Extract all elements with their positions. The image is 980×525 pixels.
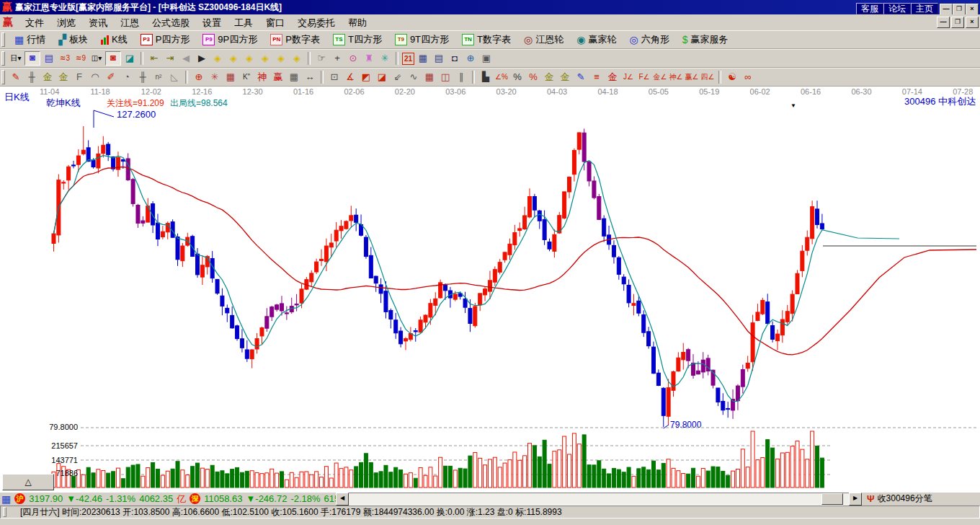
ying-angle-icon[interactable]: 赢∠ <box>685 71 699 84</box>
red-channel-icon[interactable]: ≡ <box>589 71 604 84</box>
menu-item-设置[interactable]: 设置 <box>196 16 228 30</box>
kline-chart-canvas[interactable] <box>0 87 980 493</box>
menu-item-浏览[interactable]: 浏览 <box>50 16 82 30</box>
gold-line-v-icon[interactable]: 金 <box>40 71 55 84</box>
seek-first-icon[interactable]: ⇤ <box>147 52 161 65</box>
draw-pen-icon[interactable]: ✎ <box>9 71 23 84</box>
spider-grid-icon[interactable]: ▦ <box>223 71 238 84</box>
scrollbar-thumb[interactable] <box>821 493 843 505</box>
percent-fan-icon[interactable]: ∠% <box>494 71 509 84</box>
net-grid-arrow-icon[interactable]: ◫ <box>438 71 453 84</box>
target-circle-icon[interactable]: ⊕ <box>192 71 206 84</box>
calendar-icon[interactable]: 21 <box>402 53 414 65</box>
candle-style-button[interactable]: ◫▾ <box>89 52 104 65</box>
fan-lines-icon[interactable]: ∡ <box>343 71 357 84</box>
hand-tool-icon[interactable]: ☞ <box>314 52 329 65</box>
trend-arrow-icon[interactable]: ⇙ <box>391 71 405 84</box>
zoom-vertical-icon[interactable]: ◈ <box>258 52 272 65</box>
j-angle-icon[interactable]: J∠ <box>621 71 636 84</box>
percent-line-icon[interactable]: % <box>526 71 540 84</box>
gold-red-icon[interactable]: 金 <box>605 71 620 84</box>
toolbar-gann-wheel-button[interactable]: ◎江恩轮 <box>517 31 570 48</box>
wave-9-icon[interactable]: ≋9 <box>74 52 88 65</box>
zoom-in-icon[interactable]: ◈ <box>274 52 288 65</box>
menu-item-江恩[interactable]: 江恩 <box>114 16 146 30</box>
shen-tool-icon[interactable]: 神 <box>255 71 270 84</box>
k-quote-icon[interactable]: K" <box>239 71 254 84</box>
fan-box-icon[interactable]: ◩ <box>359 71 373 84</box>
pattern-blue-toggle-icon[interactable]: ◙ <box>24 51 40 66</box>
scroll-right-button[interactable]: ▶ <box>849 493 862 506</box>
zoom-left-icon[interactable]: ◈ <box>210 52 225 65</box>
minimize-button[interactable]: — <box>940 4 953 15</box>
gold-line-h-icon[interactable]: 金 <box>56 71 71 84</box>
titlebar-link-1[interactable]: 客服 <box>856 3 883 14</box>
net-grid-icon[interactable]: ▦ <box>422 71 437 84</box>
crosshair-tool-icon[interactable]: + <box>330 52 344 65</box>
zigzag-icon[interactable]: ∿ <box>406 71 421 84</box>
toolbar-hexagon-button[interactable]: ◎六角形 <box>623 31 675 48</box>
calculator-icon[interactable]: ▦ <box>416 52 430 65</box>
gold-angle-icon[interactable]: 金∠ <box>653 71 667 84</box>
four-angle-icon[interactable]: 四∠ <box>700 71 715 84</box>
menu-item-交易委托[interactable]: 交易委托 <box>291 16 342 30</box>
toolbar-t-number-table-button[interactable]: TNT数字表 <box>455 31 517 48</box>
collapse-panel-button[interactable]: △ <box>2 474 54 490</box>
scroll-left-button[interactable]: ◀ <box>336 493 349 506</box>
fan-box2-icon[interactable]: ◪ <box>375 71 389 84</box>
toolbar-t-square-button[interactable]: TST四方形 <box>326 31 388 48</box>
toolbar-p-number-table-button[interactable]: PNP数字表 <box>264 31 326 48</box>
scrollbar-track[interactable] <box>349 493 849 506</box>
menu-item-资讯[interactable]: 资讯 <box>82 16 114 30</box>
zoom-out-icon[interactable]: ◈ <box>290 52 304 65</box>
percent-icon[interactable]: % <box>510 71 525 84</box>
notes-icon[interactable]: ▤ <box>432 52 446 65</box>
ying-tool-icon[interactable]: 赢 <box>271 71 285 84</box>
color-histogram-icon[interactable]: ◪ <box>122 52 137 65</box>
close-button[interactable]: × <box>966 4 979 15</box>
toolbar-winner-service-button[interactable]: $赢家服务 <box>676 31 735 48</box>
f-angle-icon[interactable]: F∠ <box>637 71 651 84</box>
n-square-icon[interactable]: n² <box>151 71 166 84</box>
comb2-icon[interactable]: ╫ <box>135 71 150 84</box>
gold-multi-icon[interactable]: 金 <box>558 71 572 84</box>
zoom-area-tool-icon[interactable]: ⊙ <box>346 52 360 65</box>
toolbar-sectors-button[interactable]: ▞板块 <box>52 31 94 48</box>
box-tool-icon[interactable]: ⊡ <box>327 71 342 84</box>
tick-comb-icon[interactable]: ╫ <box>24 71 39 84</box>
zoom-horizontal-icon[interactable]: ◈ <box>242 52 257 65</box>
quote-grid-icon[interactable]: ▦ <box>1 493 11 505</box>
angle-rule-icon[interactable]: ◺ <box>167 71 182 84</box>
fibo-f-icon[interactable]: F <box>72 71 86 84</box>
toolbar-9t-square-button[interactable]: T99T四方形 <box>388 31 455 48</box>
titlebar-link-2[interactable]: 论坛 <box>883 3 911 14</box>
step-back-icon[interactable]: ◀ <box>179 52 193 65</box>
wave-infinity-icon[interactable]: ∞ <box>741 71 755 84</box>
print-icon[interactable]: ▣ <box>479 52 494 65</box>
menu-item-帮助[interactable]: 帮助 <box>342 16 373 30</box>
info-panel-icon[interactable]: ▤ <box>42 52 56 65</box>
toolbar-quotes-button[interactable]: ▦行情 <box>8 31 52 48</box>
menu-item-公式选股[interactable]: 公式选股 <box>146 16 196 30</box>
arc-tool-icon[interactable]: ◠ <box>88 71 102 84</box>
h-span-icon[interactable]: ↔ <box>303 71 317 84</box>
toolbar-kline-button[interactable]: K线 <box>94 31 134 48</box>
gann-shape-tool-icon[interactable]: ♜ <box>362 52 376 65</box>
menu-item-窗口[interactable]: 窗口 <box>259 16 291 30</box>
time-cycle-icon[interactable]: ◔ <box>120 71 134 84</box>
web-chart-icon[interactable]: ⊕ <box>463 52 478 65</box>
star-grid-icon[interactable]: ✳ <box>208 71 222 84</box>
wave-3-icon[interactable]: ≋3 <box>58 52 72 65</box>
step-forward-icon[interactable]: ▶ <box>195 52 209 65</box>
minimize-button[interactable]: — <box>937 17 950 28</box>
layout-period-button[interactable]: 日▾ <box>9 52 23 65</box>
parallel-lines-icon[interactable]: ∥ <box>454 71 468 84</box>
menu-item-文件[interactable]: 文件 <box>19 16 50 30</box>
pattern-red-toggle-icon[interactable]: ◙ <box>105 51 121 66</box>
grid-123-icon[interactable]: ▦ <box>287 71 301 84</box>
shen-angle-icon[interactable]: 神∠ <box>669 71 683 84</box>
stat-bars-icon[interactable]: ▙ <box>478 71 493 84</box>
save-icon[interactable]: ◘ <box>447 52 462 65</box>
menu-item-工具[interactable]: 工具 <box>228 16 259 30</box>
taiji-icon[interactable]: ☯ <box>725 71 739 84</box>
